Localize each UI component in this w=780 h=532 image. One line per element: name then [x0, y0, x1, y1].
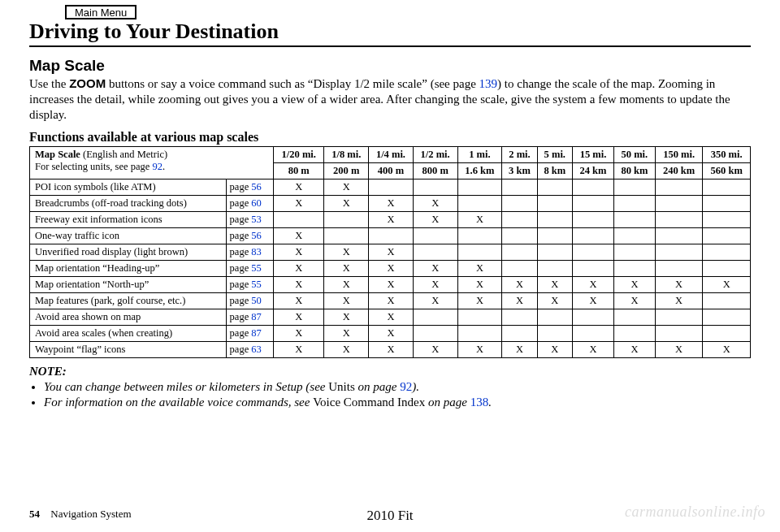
page-link-139[interactable]: 139 [479, 77, 498, 90]
feature-page-ref: page 55 [226, 277, 274, 293]
feature-mark [502, 326, 537, 342]
feature-mark [703, 212, 751, 228]
note-item-1: You can change between miles or kilomete… [44, 380, 751, 394]
page-word: page [230, 230, 252, 241]
feature-mark [655, 309, 703, 326]
page-link[interactable]: 87 [251, 311, 262, 322]
page-word: page [230, 344, 252, 355]
scale-col-english: 1/20 mi. [274, 147, 324, 163]
scale-col-metric: 8 km [537, 163, 572, 179]
scale-col-english: 150 mi. [655, 147, 703, 163]
feature-mark: X [324, 277, 369, 293]
feature-mark [457, 244, 502, 261]
feature-name: POI icon symbols (like ATM) [30, 179, 227, 196]
feature-mark [537, 309, 572, 326]
page-word: page [230, 311, 252, 322]
scale-col-english: 350 mi. [703, 147, 751, 163]
page-word: page [230, 214, 252, 225]
feature-page-ref: page 87 [226, 326, 274, 342]
table-row: Breadcrumbs (off-road tracking dots)page… [30, 196, 751, 212]
page-link[interactable]: 55 [251, 279, 262, 290]
scale-col-metric: 560 km [703, 163, 751, 179]
feature-mark: X [572, 277, 613, 293]
note1-mid: on page [355, 380, 400, 393]
page-link[interactable]: 56 [251, 181, 262, 192]
feature-name: Map features (park, golf course, etc.) [30, 293, 227, 309]
feature-mark: X [655, 277, 703, 293]
feature-mark: X [413, 277, 457, 293]
body-text: buttons or say a voice command such as “… [106, 77, 479, 90]
page-link[interactable]: 63 [251, 344, 262, 355]
feature-mark [502, 244, 537, 261]
feature-mark [613, 261, 655, 277]
feature-mark: X [369, 244, 414, 261]
feature-mark: X [274, 309, 324, 326]
feature-mark: X [369, 309, 414, 326]
table-row: One-way traffic iconpage 56X [30, 228, 751, 244]
feature-mark: X [274, 342, 324, 358]
page-link-138-note[interactable]: 138 [470, 396, 489, 409]
feature-mark [324, 212, 369, 228]
feature-mark: X [413, 261, 457, 277]
feature-mark: X [324, 326, 369, 342]
feature-mark [572, 212, 613, 228]
note2-roman: Voice Command Index [313, 396, 425, 409]
scale-col-english: 2 mi. [502, 147, 537, 163]
feature-mark: X [537, 342, 572, 358]
page-link[interactable]: 87 [251, 327, 262, 339]
feature-mark: X [324, 261, 369, 277]
feature-mark [502, 212, 537, 228]
footer-system: Navigation System [50, 508, 131, 520]
page-link[interactable]: 60 [251, 197, 262, 209]
feature-mark [613, 309, 655, 326]
feature-mark [537, 196, 572, 212]
table-row: Unverified road display (light brown)pag… [30, 244, 751, 261]
body-text: Use the [29, 77, 69, 90]
body-paragraph: Use the ZOOM buttons or say a voice comm… [29, 76, 751, 122]
feature-mark [613, 244, 655, 261]
feature-mark [655, 179, 703, 196]
feature-mark [655, 212, 703, 228]
feature-mark: X [274, 261, 324, 277]
page-link[interactable]: 53 [251, 214, 262, 225]
page-link[interactable]: 83 [251, 246, 262, 257]
feature-mark: X [655, 293, 703, 309]
table-row: Map orientation “North-up”page 55XXXXXXX… [30, 277, 751, 293]
page-word: page [230, 181, 252, 192]
feature-mark [502, 196, 537, 212]
scale-col-metric: 24 km [572, 163, 613, 179]
table-row: Waypoint “flag” iconspage 63XXXXXXXXXXX [30, 342, 751, 358]
note-label: NOTE: [29, 365, 67, 378]
feature-page-ref: page 56 [226, 179, 274, 196]
main-menu-button[interactable]: Main Menu [65, 5, 136, 19]
feature-page-ref: page 60 [226, 196, 274, 212]
feature-name: Waypoint “flag” icons [30, 342, 227, 358]
page-word: page [230, 246, 252, 257]
page-link-92-note[interactable]: 92 [400, 380, 412, 393]
page-link-92-header[interactable]: 92 [152, 161, 162, 172]
feature-name: Map orientation “Heading-up” [30, 261, 227, 277]
header-units-pre: For selecting units, see page [35, 161, 152, 172]
feature-mark [457, 196, 502, 212]
page-link[interactable]: 50 [251, 295, 262, 306]
feature-mark: X [369, 277, 414, 293]
feature-mark [655, 196, 703, 212]
scale-col-english: 5 mi. [537, 147, 572, 163]
feature-mark: X [457, 342, 502, 358]
feature-mark: X [613, 293, 655, 309]
footer-model: 2010 Fit [366, 508, 413, 524]
feature-mark [703, 326, 751, 342]
feature-mark: X [274, 196, 324, 212]
header-map-scale-strong: Map Scale [35, 149, 80, 160]
feature-mark [572, 179, 613, 196]
feature-mark: X [655, 342, 703, 358]
feature-mark [274, 212, 324, 228]
scale-col-metric: 80 m [274, 163, 324, 179]
feature-mark [537, 179, 572, 196]
feature-mark: X [457, 293, 502, 309]
zoom-label: ZOOM [69, 76, 106, 90]
page-link[interactable]: 56 [251, 230, 262, 241]
page-link[interactable]: 55 [251, 262, 262, 274]
page-number: 54 [29, 508, 40, 520]
note1-roman: Units [328, 380, 355, 393]
